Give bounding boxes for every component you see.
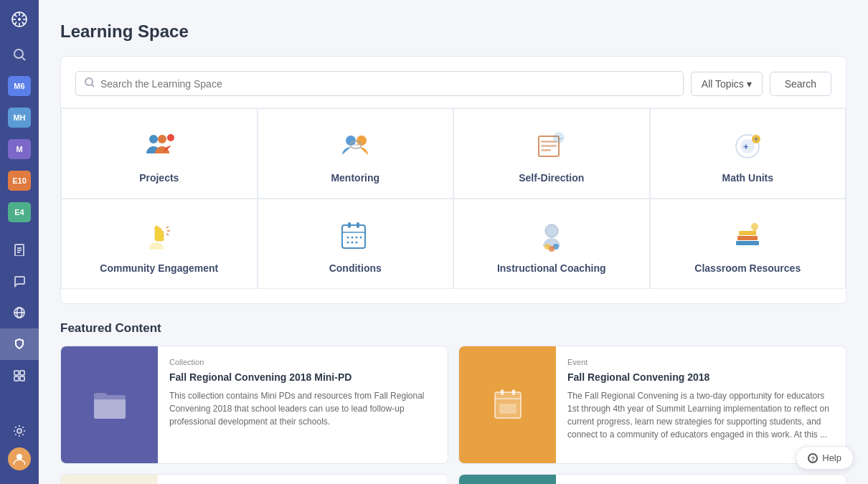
svg-rect-22 [20,376,24,381]
search-button[interactable]: Search [770,72,831,96]
help-button[interactable]: ? Help [796,446,854,470]
svg-rect-19 [14,371,19,375]
svg-point-10 [14,49,23,58]
svg-point-55 [347,237,349,239]
svg-point-25 [85,78,93,85]
search-input-wrap[interactable] [75,71,684,96]
svg-line-9 [14,22,17,24]
svg-rect-52 [348,222,351,228]
category-classroom-resources[interactable]: Classroom Resources [650,199,846,289]
user-avatar[interactable] [0,447,39,478]
svg-rect-21 [14,376,19,381]
category-community-engagement[interactable]: Community Engagement [61,199,258,289]
sidebar-badge-mh[interactable]: MH [0,102,39,133]
community-engagement-label: Community Engagement [100,262,218,274]
svg-rect-20 [20,371,24,375]
svg-point-30 [346,136,356,146]
sidebar-item-chat[interactable] [0,265,39,297]
avatar-icon[interactable] [8,447,31,470]
card-session[interactable]: Session How To Use Your Student Snapshot… [458,474,846,484]
collection-type: Collection [169,358,436,366]
badge-e4[interactable]: E4 [8,202,31,222]
badge-e10[interactable]: E10 [8,171,31,191]
projects-icon [141,129,178,163]
session-body: Session How To Use Your Student Snapshot… [556,475,846,484]
svg-point-70 [751,223,758,230]
sidebar-item-doc[interactable] [0,234,39,265]
badge-m6[interactable]: M6 [8,76,31,96]
event-thumb [459,346,556,463]
instructional-coaching-icon [533,219,570,254]
svg-point-35 [357,144,359,146]
self-direction-label: Self-Direction [519,172,584,184]
topics-dropdown[interactable]: All Topics ▾ [691,72,763,96]
category-projects[interactable]: Projects [61,108,258,199]
conditions-icon [336,219,374,254]
sidebar-logo[interactable] [0,0,39,39]
category-conditions[interactable]: Conditions [258,199,454,289]
page-title: Learning Space [60,22,846,42]
sidebar: M6 MH M E10 E4 [0,0,39,484]
svg-rect-72 [495,398,521,399]
collection-desc: This collection contains Mini PDs and re… [169,389,436,428]
svg-line-50 [166,234,169,235]
classroom-resources-icon [729,219,766,254]
sidebar-item-learning[interactable] [0,328,39,360]
category-self-direction[interactable]: → Self-Direction [453,108,650,199]
card-event[interactable]: Event Fall Regional Convening 2018 The F… [458,346,846,464]
event-desc: The Fall Regional Convening is a two-day… [567,389,834,441]
featured-title: Featured Content [60,321,846,336]
search-icon [85,77,95,90]
svg-point-28 [158,135,166,143]
svg-line-26 [92,85,94,87]
category-mentoring[interactable]: Mentoring [258,108,454,199]
help-label: Help [822,452,841,463]
sidebar-badge-m[interactable]: M [0,133,39,165]
session-thumb [459,475,556,484]
instructional-coaching-label: Instructional Coaching [497,262,606,274]
sidebar-item-grid[interactable] [0,360,39,392]
resource-body: Resource Agenda - Fall Regional Convenin… [158,475,448,484]
resource-thumb [61,475,158,484]
sidebar-badge-e4[interactable]: E4 [0,196,39,228]
sidebar-badge-m6[interactable]: M6 [0,70,39,102]
math-units-icon: + [729,129,766,163]
svg-point-33 [353,144,354,146]
collection-body: Collection Fall Regional Convening 2018 … [158,346,448,463]
sidebar-item-search[interactable] [0,39,39,70]
mentoring-label: Mentoring [331,172,379,184]
category-math-units[interactable]: + Math Units [650,108,846,199]
search-input[interactable] [100,78,674,90]
mentoring-icon [336,129,374,163]
svg-line-8 [22,14,24,17]
svg-point-66 [549,246,555,252]
search-and-categories: All Topics ▾ Search [60,56,846,304]
svg-point-34 [355,144,357,146]
featured-section: Featured Content Collection Fall Regiona… [60,321,846,484]
sidebar-item-gear[interactable] [0,415,39,447]
svg-point-57 [356,237,358,239]
collection-thumb [61,346,158,463]
sidebar-item-globe[interactable] [0,297,39,328]
badge-m[interactable]: M [8,139,31,159]
badge-mh[interactable]: MH [8,108,31,128]
category-instructional-coaching[interactable]: Instructional Coaching [453,199,650,289]
card-resource[interactable]: Resource Agenda - Fall Regional Convenin… [60,474,448,484]
svg-line-11 [22,57,25,60]
svg-rect-67 [736,241,759,245]
community-engagement-icon [141,219,178,254]
card-collection[interactable]: Collection Fall Regional Convening 2018 … [60,346,448,464]
self-direction-icon: → [533,129,570,163]
event-body: Event Fall Regional Convening 2018 The F… [556,346,846,463]
classroom-resources-label: Classroom Resources [694,262,801,274]
sidebar-badge-e10[interactable]: E10 [0,165,39,196]
svg-rect-69 [739,231,756,235]
svg-point-56 [352,237,354,239]
search-row: All Topics ▾ Search [75,71,831,96]
content-cards: Collection Fall Regional Convening 2018 … [60,346,846,484]
svg-point-60 [352,242,354,244]
conditions-label: Conditions [329,262,382,274]
svg-line-6 [14,14,17,17]
svg-text:→: → [557,135,563,142]
svg-line-7 [22,22,24,24]
